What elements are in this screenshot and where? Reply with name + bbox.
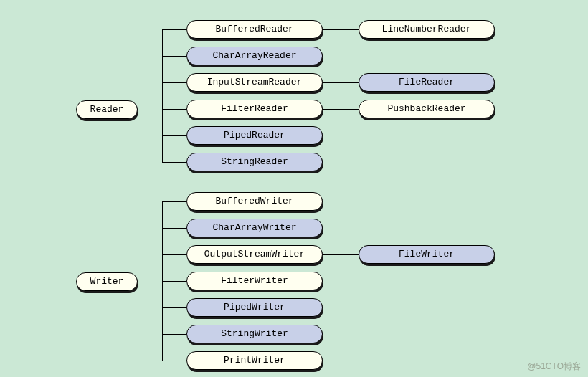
node-filterwriter: FilterWriter — [186, 272, 323, 290]
connector — [162, 281, 186, 282]
node-printwriter: PrintWriter — [186, 351, 323, 370]
connector — [162, 201, 186, 202]
connector — [162, 228, 186, 229]
connector — [162, 135, 186, 136]
node-linenumberreader: LineNumberReader — [359, 20, 495, 39]
node-bufferedwriter: BufferedWriter — [186, 192, 323, 211]
node-pushbackreader: PushbackReader — [359, 100, 495, 118]
connector — [162, 56, 186, 57]
connector — [162, 361, 186, 361]
node-filterreader: FilterReader — [186, 100, 323, 118]
connector — [162, 307, 186, 308]
node-stringreader: StringReader — [186, 153, 323, 171]
node-filereader: FileReader — [359, 73, 495, 92]
node-writer: Writer — [76, 272, 138, 291]
connector — [138, 110, 162, 110]
connector — [162, 162, 186, 163]
connector — [162, 29, 186, 30]
connector — [323, 254, 359, 255]
node-bufferedreader: BufferedReader — [186, 20, 323, 39]
connector — [323, 109, 359, 110]
node-filewriter: FileWriter — [359, 245, 495, 264]
node-stringwriter: StringWriter — [186, 325, 323, 343]
node-chararraywriter: CharArrayWriter — [186, 219, 323, 237]
node-pipedwriter: PipedWriter — [186, 298, 323, 317]
node-chararrayreader: CharArrayReader — [186, 47, 323, 65]
connector — [323, 82, 359, 83]
node-outputstreamwriter: OutputStreamWriter — [186, 245, 323, 264]
connector — [138, 282, 162, 282]
node-inputstreamreader: InputStreamReader — [186, 73, 323, 92]
node-reader: Reader — [76, 100, 138, 119]
connector — [162, 29, 163, 162]
watermark: @51CTO博客 — [527, 361, 581, 373]
connector — [323, 29, 359, 30]
node-pipedreader: PipedReader — [186, 126, 323, 145]
connector — [162, 334, 186, 335]
connector — [162, 82, 186, 83]
connector — [162, 109, 186, 110]
connector — [162, 254, 186, 255]
